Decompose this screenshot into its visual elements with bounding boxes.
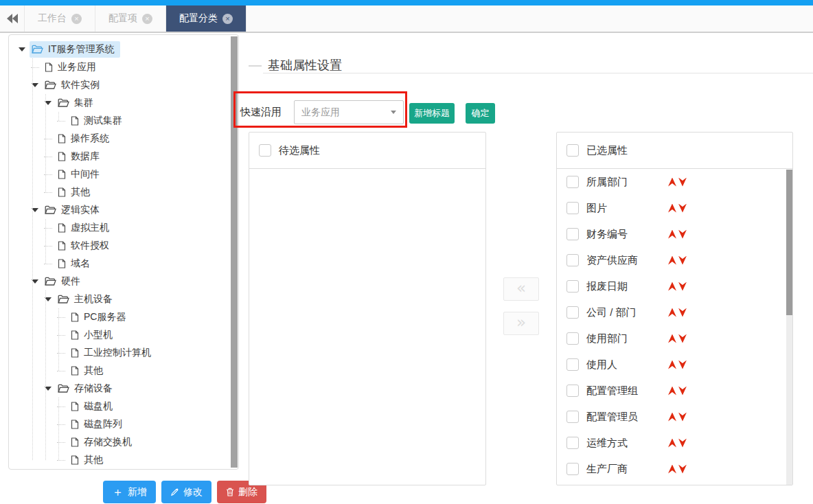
tab-3[interactable]: 配置分类× (166, 5, 247, 32)
attribute-checkbox[interactable] (566, 202, 579, 214)
tree-node-磁盘机[interactable]: 磁盘机 (9, 398, 230, 415)
move-up-icon[interactable] (668, 360, 676, 369)
tree-node-content[interactable]: 存储设备 (56, 380, 119, 397)
tree-node-集群[interactable]: 集群 (9, 94, 230, 112)
expand-arrow-slot[interactable] (27, 274, 43, 289)
move-down-icon[interactable] (678, 178, 687, 187)
move-up-icon[interactable] (668, 413, 676, 422)
move-down-icon[interactable] (678, 465, 687, 474)
tree-node-content[interactable]: 逻辑实体 (43, 202, 106, 218)
move-down-icon[interactable] (678, 256, 687, 265)
quick-reuse-select[interactable]: 业务应用 (294, 100, 404, 124)
list-scrollbar-track[interactable] (786, 170, 792, 485)
tree-node-IT服务管理系统[interactable]: IT服务管理系统 (9, 41, 230, 58)
tree-node-软件实例[interactable]: 软件实例 (9, 76, 230, 94)
tab-2[interactable]: 配置项× (95, 5, 166, 32)
move-down-icon[interactable] (678, 308, 687, 317)
tree-node-content[interactable]: 存储交换机 (69, 434, 138, 450)
tree-node-content[interactable]: PC服务器 (69, 309, 132, 325)
tree-node-content[interactable]: 其他 (69, 363, 109, 379)
tree-node-存储设备[interactable]: 存储设备 (9, 380, 230, 398)
move-up-icon[interactable] (668, 334, 676, 343)
tree-node-content[interactable]: 主机设备 (56, 291, 119, 308)
expand-arrow-slot[interactable] (27, 78, 43, 93)
attribute-checkbox[interactable] (566, 358, 579, 371)
confirm-button[interactable]: 确定 (466, 103, 495, 124)
tree-node-小型机[interactable]: 小型机 (9, 326, 230, 344)
expand-arrow-slot[interactable] (41, 292, 56, 307)
tree-node-虚拟主机[interactable]: 虚拟主机 (9, 219, 230, 237)
tree-node-content[interactable]: 磁盘阵列 (69, 416, 128, 433)
tree-node-存储交换机[interactable]: 存储交换机 (9, 433, 230, 451)
move-down-icon[interactable] (678, 360, 687, 369)
tree-node-content[interactable]: 测试集群 (69, 113, 128, 129)
move-down-icon[interactable] (678, 413, 687, 422)
attribute-checkbox[interactable] (566, 228, 579, 240)
tree-expand-arrow-icon[interactable] (19, 47, 25, 51)
move-up-icon[interactable] (668, 230, 676, 239)
expand-arrow-slot[interactable] (14, 42, 30, 57)
tree-node-content[interactable]: IT服务管理系统 (30, 41, 120, 58)
tree-node-content[interactable]: 硬件 (43, 273, 87, 290)
move-up-icon[interactable] (668, 387, 676, 396)
tree-node-业务应用[interactable]: 业务应用 (9, 58, 230, 76)
tree-node-content[interactable]: 磁盘机 (69, 398, 119, 415)
expand-arrow-slot[interactable] (41, 381, 56, 396)
tree-node-content[interactable]: 软件授权 (56, 238, 115, 254)
tree-node-content[interactable]: 中间件 (56, 166, 106, 183)
move-down-icon[interactable] (678, 387, 687, 396)
pending-select-all-checkbox[interactable] (259, 144, 271, 157)
tree-node-软件授权[interactable]: 软件授权 (9, 237, 230, 255)
attribute-checkbox[interactable] (566, 280, 579, 293)
tab-close-icon[interactable]: × (71, 14, 82, 24)
move-down-icon[interactable] (678, 439, 687, 448)
tab-close-icon[interactable]: × (142, 14, 152, 24)
tree-node-content[interactable]: 其他 (69, 452, 109, 468)
selected-select-all-checkbox[interactable] (566, 144, 579, 157)
move-down-icon[interactable] (678, 334, 687, 343)
add-category-button[interactable]: ＋ 新增 (103, 481, 156, 503)
attribute-checkbox[interactable] (566, 385, 579, 397)
move-down-icon[interactable] (678, 282, 687, 291)
tree-node-PC服务器[interactable]: PC服务器 (9, 308, 230, 326)
move-up-icon[interactable] (668, 282, 676, 291)
attribute-checkbox[interactable] (566, 332, 579, 345)
tab-1[interactable]: 工作台× (25, 5, 95, 32)
attribute-checkbox[interactable] (566, 437, 579, 449)
tree-node-中间件[interactable]: 中间件 (9, 165, 230, 183)
move-down-icon[interactable] (678, 204, 687, 213)
tree-node-磁盘阵列[interactable]: 磁盘阵列 (9, 415, 230, 433)
move-up-icon[interactable] (668, 465, 676, 474)
move-up-icon[interactable] (668, 439, 676, 448)
tree-node-硬件[interactable]: 硬件 (9, 273, 230, 290)
move-left-button[interactable]: « (503, 277, 539, 301)
tree-node-content[interactable]: 其他 (56, 184, 96, 201)
move-down-icon[interactable] (678, 230, 687, 239)
add-title-button[interactable]: 新增标题 (409, 103, 455, 124)
tree-node-操作系统[interactable]: 操作系统 (9, 130, 230, 148)
edit-category-button[interactable]: 修改 (161, 481, 211, 503)
attribute-checkbox[interactable] (566, 306, 579, 319)
tree-node-content[interactable]: 集群 (56, 95, 100, 111)
tree-scrollbar-thumb[interactable] (231, 36, 238, 468)
tree-node-域名[interactable]: 域名 (9, 255, 230, 273)
tree-node-content[interactable]: 操作系统 (56, 130, 115, 147)
tree-node-工业控制计算机[interactable]: 工业控制计算机 (9, 344, 230, 362)
tree-node-content[interactable]: 虚拟主机 (56, 220, 115, 236)
tree-node-content[interactable]: 数据库 (56, 148, 106, 165)
expand-arrow-slot[interactable] (41, 95, 56, 111)
tree-node-主机设备[interactable]: 主机设备 (9, 290, 230, 308)
expand-arrow-slot[interactable] (27, 203, 43, 218)
tree-node-content[interactable]: 小型机 (69, 327, 119, 343)
tabs-back-button[interactable] (0, 5, 25, 32)
tree-node-逻辑实体[interactable]: 逻辑实体 (9, 201, 230, 219)
tree-node-其他[interactable]: 其他 (9, 183, 230, 201)
attribute-checkbox[interactable] (566, 176, 579, 188)
move-up-icon[interactable] (668, 256, 676, 265)
tree-node-content[interactable]: 域名 (56, 255, 96, 272)
tree-node-其他[interactable]: 其他 (9, 451, 230, 469)
tree-node-content[interactable]: 业务应用 (43, 59, 102, 76)
move-up-icon[interactable] (668, 308, 676, 317)
attribute-checkbox[interactable] (566, 411, 579, 423)
tree-node-content[interactable]: 软件实例 (43, 77, 106, 93)
